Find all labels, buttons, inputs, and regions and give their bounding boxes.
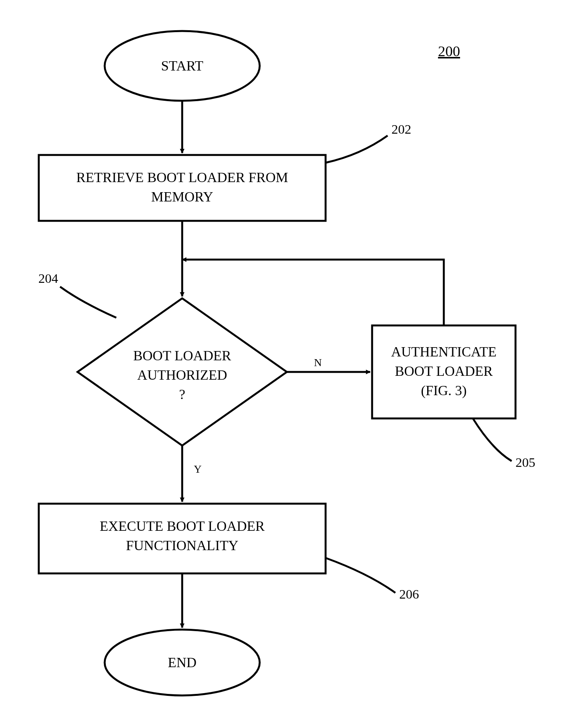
edge-authenticate-loop bbox=[182, 260, 444, 325]
terminator-start-label: START bbox=[161, 58, 203, 74]
flowchart-boot-loader: 200 START RETRIEVE BOOT LOADER FROM MEMO… bbox=[0, 0, 588, 728]
ref-204: 204 bbox=[38, 271, 58, 286]
leader-204 bbox=[60, 287, 116, 318]
ref-206: 206 bbox=[399, 587, 419, 601]
decision-line3: ? bbox=[179, 387, 185, 402]
process-authenticate-line1: AUTHENTICATE bbox=[391, 344, 497, 360]
process-authenticate-line3: (FIG. 3) bbox=[421, 383, 467, 398]
process-authenticate-line2: BOOT LOADER bbox=[395, 363, 493, 379]
decision-line2: AUTHORIZED bbox=[137, 367, 227, 383]
process-retrieve bbox=[39, 155, 326, 221]
decision-line1: BOOT LOADER bbox=[133, 348, 231, 363]
process-retrieve-line1: RETRIEVE BOOT LOADER FROM bbox=[76, 170, 288, 185]
leader-202 bbox=[326, 136, 388, 163]
terminator-end-label: END bbox=[168, 655, 197, 670]
decision-yes-label: Y bbox=[194, 463, 202, 475]
ref-205: 205 bbox=[516, 455, 535, 470]
leader-205 bbox=[473, 418, 512, 461]
leader-206 bbox=[326, 558, 395, 593]
process-retrieve-line2: MEMORY bbox=[151, 189, 213, 205]
process-execute-line2: FUNCTIONALITY bbox=[126, 538, 238, 553]
figure-number: 200 bbox=[438, 43, 460, 59]
decision-no-label: N bbox=[314, 356, 322, 368]
ref-202: 202 bbox=[391, 122, 411, 136]
process-execute-line1: EXECUTE BOOT LOADER bbox=[100, 518, 264, 534]
